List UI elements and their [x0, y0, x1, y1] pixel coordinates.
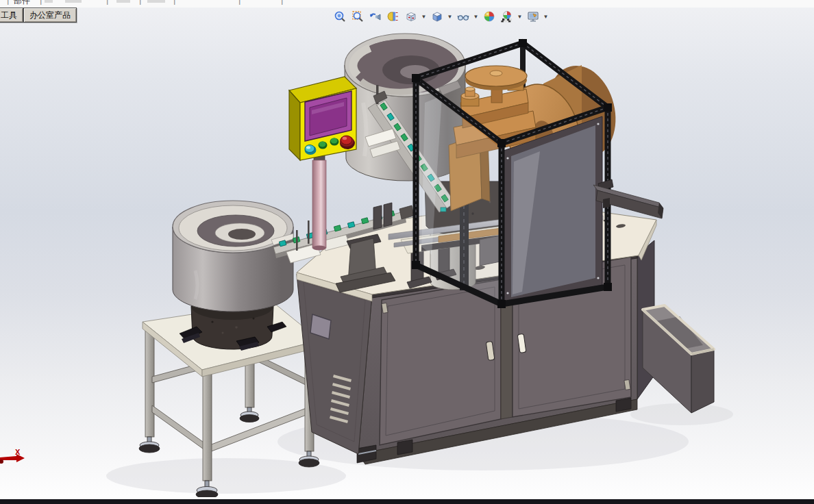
chevron-down-icon[interactable]: ▼ — [55, 0, 61, 1]
chevron-down-icon[interactable]: ▼ — [543, 9, 549, 24]
view-settings-button[interactable] — [525, 9, 541, 24]
clipped-button — [65, 0, 82, 3]
section-view-button[interactable] — [385, 9, 401, 24]
apply-scene-button[interactable] — [499, 9, 515, 24]
view-orientation-button[interactable] — [403, 9, 419, 24]
clipped-button — [147, 0, 165, 3]
zoom-to-area-button[interactable] — [349, 9, 365, 24]
clipped-button — [116, 0, 130, 3]
view-orientation-icon — [405, 10, 417, 23]
display-style-button[interactable] — [429, 9, 445, 24]
viewport-3d[interactable]: X — [0, 0, 814, 504]
chevron-down-icon[interactable]: ▼ — [517, 9, 523, 24]
separator: | — [173, 0, 175, 5]
appearance-sphere-icon — [483, 10, 495, 23]
view-settings-icon — [527, 10, 539, 23]
chevron-down-icon[interactable]: ▼ — [86, 0, 92, 1]
previous-view-button[interactable] — [367, 9, 383, 24]
separator: | — [106, 0, 108, 5]
display-style-icon — [431, 10, 443, 23]
solidworks-window: { "command_strip": { "partial_label": "部… — [0, 0, 814, 504]
zoom-fit-icon — [334, 10, 346, 23]
hide-show-items-button[interactable] — [455, 9, 471, 24]
headsup-view-toolbar: ▼ ▼ ▼ — [332, 9, 549, 24]
separator: | — [40, 0, 42, 5]
section-view-icon — [387, 10, 399, 23]
parts-bin[interactable] — [643, 305, 714, 413]
control-panel[interactable] — [289, 77, 356, 251]
zoom-to-fit-button[interactable] — [332, 9, 347, 24]
triad-x-label: X — [15, 448, 21, 456]
edit-appearance-button[interactable] — [481, 9, 497, 24]
separator: | — [281, 0, 283, 5]
chevron-down-icon[interactable]: ▼ — [473, 9, 479, 24]
chevron-down-icon[interactable]: ▼ — [421, 9, 427, 24]
panel-pole — [312, 160, 326, 248]
separator: | — [139, 0, 141, 5]
zoom-area-icon — [352, 10, 364, 23]
previous-view-icon — [369, 10, 382, 23]
tab-tools[interactable]: 工具 — [0, 8, 23, 23]
separator: | — [238, 0, 241, 5]
apply-scene-icon — [501, 10, 513, 23]
separator: | — [7, 0, 9, 5]
eyeglasses-icon — [457, 10, 469, 23]
clipped-button — [45, 0, 53, 3]
window-bottom-edge — [0, 499, 814, 504]
command-strip: | 部件 | ▼ ▼ | | | | | — [0, 0, 814, 8]
orientation-triad: X — [0, 448, 25, 464]
chevron-down-icon[interactable]: ▼ — [447, 9, 453, 24]
command-strip-label: 部件 — [14, 0, 30, 7]
tab-office-products[interactable]: 办公室产品 — [23, 8, 77, 23]
